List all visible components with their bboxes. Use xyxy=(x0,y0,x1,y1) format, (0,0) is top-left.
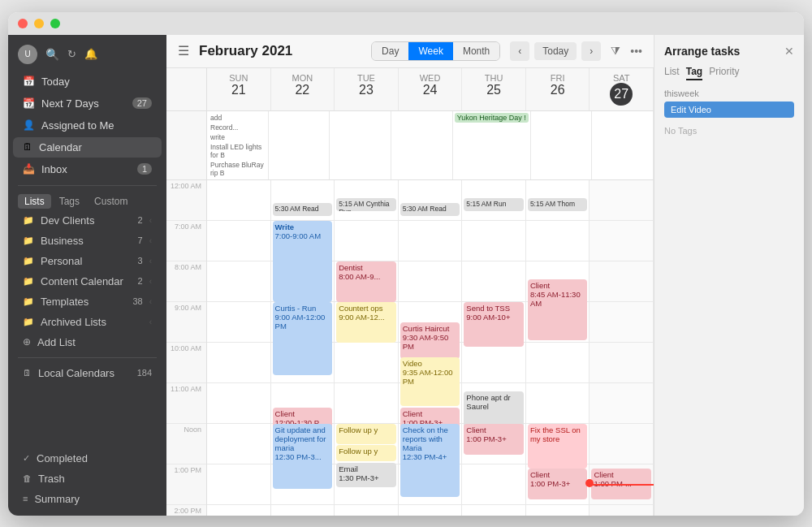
tab-lists[interactable]: Lists xyxy=(18,194,51,209)
menu-icon[interactable]: ☰ xyxy=(178,43,189,58)
arrange-tasks-panel: Arrange tasks ✕ List Tag Priority thiswe… xyxy=(654,35,804,516)
today-icon: 📅 xyxy=(23,76,35,87)
event-fri-client-845[interactable]: Client8:45 AM-11:30 AM xyxy=(528,279,588,340)
trash-icon: 🗑 xyxy=(23,473,32,483)
day-col-mon[interactable]: 5:30 AM Read Write7:00-9:00 AM Curtis - … xyxy=(271,180,335,516)
view-day[interactable]: Day xyxy=(372,42,408,60)
event-mon-curtis-run[interactable]: Curtis - Run9:00 AM-12:00 PM xyxy=(273,302,333,375)
allday-event-yukon[interactable]: Yukon Heritage Day ! xyxy=(455,113,529,123)
day-col-thu[interactable]: 5:15 AM Run Send to TSS9:00 AM-10+ Phone… xyxy=(462,180,526,516)
tab-custom[interactable]: Custom xyxy=(88,194,134,209)
event-thu-515run[interactable]: 5:15 AM Run xyxy=(464,198,524,211)
sidebar-divider-1 xyxy=(18,185,157,186)
event-mon-530read[interactable]: 5:30 AM Read xyxy=(273,203,333,216)
calendar-scroll[interactable]: 12:00 AM 7:00 AM 8:00 AM 9:00 AM 10:00 A… xyxy=(166,180,654,516)
list-item-content-cal[interactable]: 📁 Content Calendar 2 ‹ xyxy=(13,272,162,291)
sidebar-item-trash[interactable]: 🗑 Trash xyxy=(13,469,162,488)
sidebar-item-summary[interactable]: ≡ Summary xyxy=(13,490,162,508)
day-col-wed[interactable]: 5:30 AM Read Curtis Haircut9:30 AM-9:50 … xyxy=(399,180,463,516)
list-badge-devclients: 2 xyxy=(138,215,143,225)
current-time-indicator xyxy=(590,484,654,486)
more-icon[interactable]: ••• xyxy=(630,45,642,58)
day-col-fri[interactable]: 5:15 AM Thom Client8:45 AM-11:30 AM Fix … xyxy=(526,180,590,516)
minimize-button[interactable] xyxy=(34,19,44,28)
sidebar-item-assigned[interactable]: 👤 Assigned to Me xyxy=(13,115,162,136)
event-mon-write[interactable]: Write7:00-9:00 AM xyxy=(273,221,333,302)
allday-wed xyxy=(391,111,453,179)
add-icon: ⊕ xyxy=(23,336,31,348)
list-label-personal: Personal xyxy=(41,255,132,267)
list-item-personal[interactable]: 📁 Personal 3 ‹ xyxy=(13,252,162,270)
event-tue-dentist[interactable]: Dentist8:00 AM-9... xyxy=(336,261,396,302)
sidebar-item-today[interactable]: 📅 Today xyxy=(13,71,162,92)
panel-tab-tag[interactable]: Tag xyxy=(686,66,702,80)
day-columns: 5:30 AM Read Write7:00-9:00 AM Curtis - … xyxy=(207,180,654,516)
event-wed-checkreports[interactable]: Check on the reports with Maria12:30 PM-… xyxy=(400,424,460,497)
prev-button[interactable]: ‹ xyxy=(510,41,529,61)
sidebar-item-inbox[interactable]: 📥 Inbox 1 xyxy=(13,159,162,179)
close-button[interactable] xyxy=(18,19,28,28)
filter-icon[interactable]: ⧩ xyxy=(611,44,620,58)
sun-mini-event-3[interactable]: write xyxy=(209,132,266,142)
checkmark-icon: ✓ xyxy=(23,453,30,464)
day-header-sun: Sun 21 xyxy=(207,68,271,110)
event-tue-followup[interactable]: Follow up y xyxy=(336,424,396,444)
list-item-business[interactable]: 📁 Business 7 ‹ xyxy=(13,231,162,250)
event-wed-video[interactable]: Video9:35 AM-12:00 PM xyxy=(400,357,460,406)
time-noon: Noon xyxy=(166,424,206,464)
list-item-archived[interactable]: 📁 Archived Lists ‹ xyxy=(13,313,162,331)
list-item-local-calendars[interactable]: 🗓 Local Calendars 184 xyxy=(13,364,162,382)
time-800am: 8:00 AM xyxy=(166,261,206,302)
event-thu-sendtss[interactable]: Send to TSS9:00 AM-10+ xyxy=(464,302,524,347)
event-fri-fixssl[interactable]: Fix the SSL on my store xyxy=(528,424,588,469)
list-item-templates[interactable]: 📁 Templates 38 ‹ xyxy=(13,292,162,311)
event-fri-client-100[interactable]: Client1:00 PM-3+ xyxy=(528,469,588,499)
event-fri-thom[interactable]: 5:15 AM Thom xyxy=(528,198,588,211)
time-1100am: 11:00 AM xyxy=(166,383,206,424)
folder-icon-business: 📁 xyxy=(23,235,34,246)
tab-tags[interactable]: Tags xyxy=(53,194,86,209)
panel-close-button[interactable]: ✕ xyxy=(784,45,794,58)
event-tue-email[interactable]: Email1:30 PM-3+ xyxy=(336,463,396,487)
view-week[interactable]: Week xyxy=(408,42,452,60)
day-col-tue[interactable]: 5:15 AM Cynthia Run Dentist8:00 AM-9... … xyxy=(335,180,399,516)
event-tue-counter[interactable]: Countert ops9:00 AM-12... xyxy=(336,302,396,343)
add-list-button[interactable]: ⊕ Add List xyxy=(13,333,162,352)
sun-mini-event-5[interactable]: Purchase BluRay rip B xyxy=(209,160,266,178)
sun-mini-event-1[interactable]: add xyxy=(209,113,266,123)
sidebar-item-calendar[interactable]: 🗓 Calendar xyxy=(13,137,162,158)
sidebar-item-next7days[interactable]: 📆 Next 7 Days 27 xyxy=(13,93,162,114)
local-calendars-label: Local Calendars xyxy=(38,367,131,379)
panel-tab-priority[interactable]: Priority xyxy=(709,66,739,80)
no-tags-label: No Tags xyxy=(664,126,794,136)
day-col-sun[interactable] xyxy=(207,180,271,516)
chevron-icon-archived: ‹ xyxy=(149,317,152,326)
current-time-dot xyxy=(585,479,594,487)
maximize-button[interactable] xyxy=(50,19,60,28)
sidebar-item-completed[interactable]: ✓ Completed xyxy=(13,449,162,468)
day-col-sat[interactable]: Client1:00 PM-... xyxy=(590,180,654,516)
bell-icon[interactable]: 🔔 xyxy=(84,48,97,60)
event-wed-530read[interactable]: 5:30 AM Read xyxy=(400,203,460,216)
event-mon-git[interactable]: Git update and deployment for maria12:30… xyxy=(273,424,333,489)
edit-video-task[interactable]: Edit Video xyxy=(664,102,794,118)
sun-mini-event-4[interactable]: Install LED lights for B xyxy=(209,142,266,160)
time-900am: 9:00 AM xyxy=(166,302,206,343)
today-button[interactable]: Today xyxy=(534,42,577,60)
view-month[interactable]: Month xyxy=(453,42,499,60)
sidebar-item-calendar-label: Calendar xyxy=(39,141,152,153)
list-item-devclients[interactable]: 📁 Dev Clients 2 ‹ xyxy=(13,211,162,230)
sun-mini-event-2[interactable]: Record... xyxy=(209,123,266,132)
list-badge-personal: 3 xyxy=(138,256,143,266)
event-thu-client3[interactable]: Client1:00 PM-3+ xyxy=(464,424,524,455)
next-button[interactable]: › xyxy=(581,41,601,61)
chevron-icon-content: ‹ xyxy=(149,277,152,286)
event-tue-followup2[interactable]: Follow up y xyxy=(336,445,396,461)
search-icon[interactable]: 🔍 xyxy=(45,48,59,61)
refresh-icon[interactable]: ↻ xyxy=(67,48,76,60)
calendar-area: ☰ February 2021 Day Week Month ‹ Today ›… xyxy=(166,35,654,516)
day-header-fri: Fri 26 xyxy=(526,68,590,110)
panel-tab-list[interactable]: List xyxy=(664,66,680,80)
event-wed-curtis-haircut[interactable]: Curtis Haircut9:30 AM-9:50 PM xyxy=(400,322,460,359)
event-tue-cynthia-run[interactable]: 5:15 AM Cynthia Run xyxy=(336,198,396,211)
